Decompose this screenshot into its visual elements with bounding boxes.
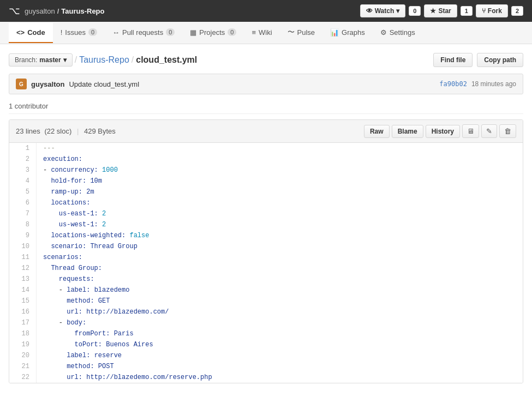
table-row: 15 method: GET [9, 296, 523, 306]
line-number: 9 [9, 230, 37, 241]
line-number: 19 [9, 339, 37, 350]
tab-wiki[interactable]: ≡ Wiki [244, 23, 279, 43]
file-size: 429 Bytes [84, 127, 116, 135]
line-number: 7 [9, 208, 37, 219]
line-number: 8 [9, 219, 37, 230]
line-number: 12 [9, 263, 37, 274]
table-row: 13 requests: [9, 274, 523, 285]
line-content: - concurrency: 1000 [37, 165, 124, 176]
table-row: 17 - body: [9, 317, 523, 328]
line-content: hold-for: 10m [37, 176, 109, 187]
watch-count: 0 [409, 6, 421, 16]
blame-button[interactable]: Blame [392, 125, 423, 138]
path-separator: / [57, 7, 59, 15]
table-row: 6 locations: [9, 197, 523, 208]
star-button[interactable]: ★ Star [424, 4, 457, 17]
projects-badge: 0 [228, 28, 236, 36]
line-content: --- [37, 143, 62, 154]
line-number: 2 [9, 154, 37, 165]
line-number: 13 [9, 274, 37, 285]
copy-path-button[interactable]: Copy path [477, 53, 523, 67]
avatar: G [16, 79, 27, 89]
file-sloc: (22 sloc) [44, 127, 71, 135]
raw-button[interactable]: Raw [364, 125, 390, 138]
line-number: 20 [9, 350, 37, 361]
breadcrumb-row: Branch: master ▾ / Taurus-Repo / cloud_t… [9, 53, 523, 67]
table-row: 4 hold-for: 10m [9, 176, 523, 187]
file-actions: Raw Blame History 🖥 ✎ 🗑 [364, 124, 516, 138]
repo-owner[interactable]: guysalton [25, 7, 55, 15]
line-number: 21 [9, 361, 37, 372]
table-row: 14 - label: blazedemo [9, 285, 523, 296]
line-number: 4 [9, 176, 37, 187]
table-row: 16 url: http://blazedemo.com/ [9, 306, 523, 317]
line-content: - label: blazedemo [37, 285, 136, 296]
line-number: 16 [9, 306, 37, 317]
find-file-button[interactable]: Find file [433, 53, 473, 67]
issues-icon: ! [61, 28, 63, 37]
code-area: 1---2execution:3- concurrency: 10004 hol… [9, 143, 523, 383]
line-number: 17 [9, 317, 37, 328]
branch-dropdown-icon: ▾ [63, 56, 67, 64]
line-number: 11 [9, 252, 37, 263]
tab-pulse[interactable]: 〜 Pulse [280, 22, 323, 44]
star-icon: ★ [430, 7, 436, 15]
tab-settings[interactable]: ⚙ Settings [373, 23, 423, 43]
table-row: 7 us-east-1: 2 [9, 208, 523, 219]
line-content: toPort: Buenos Aires [37, 339, 160, 350]
tab-projects[interactable]: ▦ Projects 0 [182, 23, 244, 43]
delete-icon-button[interactable]: 🗑 [499, 124, 516, 138]
star-count: 1 [461, 6, 473, 16]
line-content: - body: [37, 317, 93, 328]
line-number: 14 [9, 285, 37, 296]
table-row: 12 Thread Group: [9, 263, 523, 274]
line-content: us-east-1: 2 [37, 208, 112, 219]
file-size-separator: | [77, 127, 79, 135]
file-header: 23 lines (22 sloc) | 429 Bytes Raw Blame… [9, 120, 523, 143]
line-content: requests: [37, 274, 101, 285]
tab-issues[interactable]: ! Issues 0 [53, 23, 105, 43]
repo-nav: <> Code ! Issues 0 ↔ Pull requests 0 ▦ P… [0, 22, 532, 44]
repo-name[interactable]: Taurus-Repo [61, 7, 104, 15]
commit-sha[interactable]: fa90b02 [439, 80, 467, 88]
commit-message: Update cloud_test.yml [69, 80, 139, 88]
branch-selector[interactable]: Branch: master ▾ [9, 53, 73, 67]
line-number: 15 [9, 296, 37, 306]
line-content: scenario: Thread Group [37, 241, 144, 252]
commit-box-left: G guysalton Update cloud_test.yml [16, 79, 139, 89]
table-row: 3- concurrency: 1000 [9, 165, 523, 176]
table-row: 9 locations-weighted: false [9, 230, 523, 241]
table-row: 5 ramp-up: 2m [9, 187, 523, 197]
breadcrumb-repo[interactable]: Taurus-Repo [79, 55, 129, 65]
file-lines: 23 lines [16, 127, 40, 135]
pulse-icon: 〜 [288, 27, 295, 37]
line-content: locations-weighted: false [37, 230, 156, 241]
desktop-icon-button[interactable]: 🖥 [462, 124, 479, 138]
top-bar: ⌥ guysalton / Taurus-Repo 👁 Watch ▾ 0 ★ … [0, 0, 532, 22]
commit-author[interactable]: guysalton [31, 80, 64, 88]
watch-button[interactable]: 👁 Watch ▾ [360, 4, 406, 17]
line-content: fromPort: Paris [37, 328, 140, 339]
table-row: 21 method: POST [9, 361, 523, 372]
breadcrumb-actions: Find file Copy path [433, 53, 523, 67]
commit-box-right: fa90b02 18 minutes ago [439, 80, 516, 88]
settings-icon: ⚙ [380, 28, 387, 37]
commit-box: G guysalton Update cloud_test.yml fa90b0… [9, 74, 523, 94]
table-row: 19 toPort: Buenos Aires [9, 339, 523, 350]
history-button[interactable]: History [426, 125, 460, 138]
line-content: url: http://blazedemo.com/reserve.php [37, 372, 219, 383]
tab-pullrequests[interactable]: ↔ Pull requests 0 [105, 23, 182, 43]
line-content: method: GET [37, 296, 116, 306]
branch-label-text: Branch: [15, 56, 37, 64]
line-content: ramp-up: 2m [37, 187, 101, 197]
tab-code[interactable]: <> Code [9, 23, 53, 43]
watch-dropdown-icon: ▾ [396, 7, 399, 15]
edit-icon-button[interactable]: ✎ [481, 124, 497, 138]
fork-button[interactable]: ⑂ Fork [476, 4, 508, 17]
table-row: 10 scenario: Thread Group [9, 241, 523, 252]
tab-graphs[interactable]: 📊 Graphs [322, 23, 373, 43]
table-row: 2execution: [9, 154, 523, 165]
contributor-row: 1 contributor [9, 99, 523, 114]
line-number: 18 [9, 328, 37, 339]
contributor-count: 1 [9, 102, 13, 110]
